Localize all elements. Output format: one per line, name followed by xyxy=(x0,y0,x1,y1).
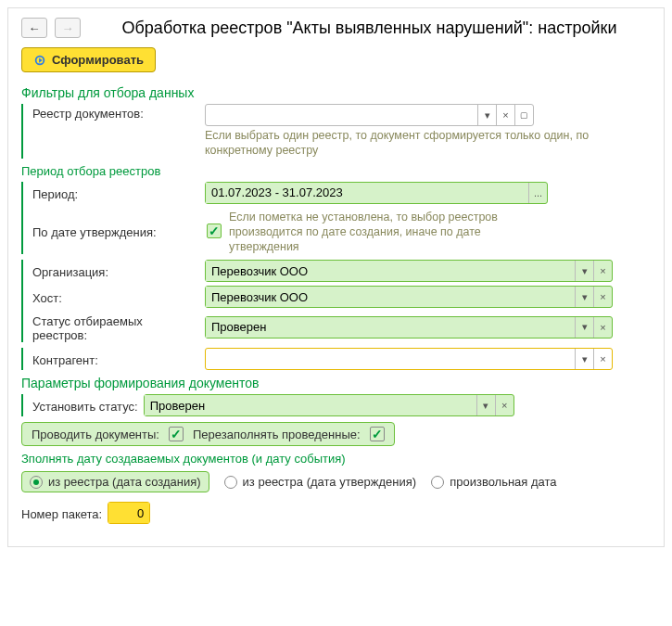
counterparty-input[interactable] xyxy=(206,349,575,369)
reg-status-input-wrap: ▾ × xyxy=(205,316,613,339)
period-label: Период: xyxy=(32,185,199,201)
form-button-label: Сформировать xyxy=(52,53,144,67)
reg-status-clear-button[interactable]: × xyxy=(593,317,612,338)
by-approval-checkbox[interactable]: ✓ xyxy=(207,224,222,238)
close-icon: × xyxy=(502,109,508,121)
ellipsis-icon: ... xyxy=(534,187,542,198)
close-icon: × xyxy=(600,322,605,333)
check-icon: ✓ xyxy=(372,428,383,441)
doc-registry-input-wrap: ▾ × ▢ xyxy=(205,104,534,126)
post-docs-label: Проводить документы: xyxy=(32,428,159,441)
arrow-right-icon: → xyxy=(62,21,74,35)
reg-status-label: Статус отбираемых реестров: xyxy=(32,312,199,342)
doc-registry-clear-button[interactable]: × xyxy=(496,105,514,125)
radio-from-registry-approved[interactable]: из реестра (дата утверждения) xyxy=(224,475,417,489)
gear-play-icon xyxy=(33,54,46,67)
period-ellipsis-button[interactable]: ... xyxy=(528,183,547,203)
open-icon: ▢ xyxy=(520,110,528,120)
page-title: Обработка реестров "Акты выявленных нару… xyxy=(88,19,651,38)
nav-forward-button[interactable]: → xyxy=(55,18,81,38)
packet-no-label: Номер пакета: xyxy=(21,505,102,521)
org-clear-button[interactable]: × xyxy=(593,261,612,281)
set-status-dropdown-button[interactable]: ▾ xyxy=(476,395,495,415)
arrow-left-icon: ← xyxy=(29,21,41,35)
org-input-wrap: ▾ × xyxy=(205,260,613,282)
filters-section-title: Фильтры для отбора данных xyxy=(21,85,651,100)
radio-icon xyxy=(30,476,43,489)
check-icon: ✓ xyxy=(209,224,220,237)
period-input-wrap: ... xyxy=(205,182,548,204)
host-clear-button[interactable]: × xyxy=(593,287,612,307)
host-dropdown-button[interactable]: ▾ xyxy=(575,287,593,307)
reg-status-input[interactable] xyxy=(206,317,575,338)
counterparty-label: Контрагент: xyxy=(32,351,199,367)
radio-label: произвольная дата xyxy=(450,475,556,489)
host-input-wrap: ▾ × xyxy=(205,286,613,308)
svg-marker-1 xyxy=(39,57,43,62)
doc-registry-input[interactable] xyxy=(206,105,477,125)
org-label: Организация: xyxy=(32,262,199,279)
counterparty-dropdown-button[interactable]: ▾ xyxy=(575,349,593,369)
set-status-clear-button[interactable]: × xyxy=(495,395,514,415)
host-label: Хост: xyxy=(32,288,199,305)
chevron-down-icon: ▾ xyxy=(483,400,488,412)
chevron-down-icon: ▾ xyxy=(582,321,588,333)
counterparty-input-wrap: ▾ × xyxy=(205,348,613,370)
fill-date-section-title: Зполнять дату создаваемых документов (и … xyxy=(21,452,651,466)
chevron-down-icon: ▾ xyxy=(485,109,490,121)
close-icon: × xyxy=(600,291,605,302)
post-options-group: Проводить документы: ✓ Перезаполнять про… xyxy=(21,422,395,446)
host-input[interactable] xyxy=(206,287,575,307)
check-icon: ✓ xyxy=(171,428,182,441)
nav-back-button[interactable]: ← xyxy=(21,18,47,38)
packet-no-input-wrap xyxy=(108,502,150,524)
radio-label: из реестра (дата утверждения) xyxy=(243,475,417,489)
refill-posted-checkbox[interactable]: ✓ xyxy=(370,427,385,441)
period-input[interactable] xyxy=(206,183,528,203)
close-icon: × xyxy=(600,353,605,364)
set-status-input[interactable] xyxy=(145,395,476,415)
radio-icon xyxy=(224,476,237,489)
reg-status-dropdown-button[interactable]: ▾ xyxy=(575,317,593,338)
close-icon: × xyxy=(600,265,605,276)
radio-icon xyxy=(431,476,444,489)
org-dropdown-button[interactable]: ▾ xyxy=(575,261,593,281)
chevron-down-icon: ▾ xyxy=(582,291,588,303)
packet-no-input[interactable] xyxy=(108,503,149,523)
form-button[interactable]: Сформировать xyxy=(21,47,156,72)
doc-registry-dropdown-button[interactable]: ▾ xyxy=(477,105,496,125)
chevron-down-icon: ▾ xyxy=(582,265,588,277)
post-docs-checkbox[interactable]: ✓ xyxy=(169,427,184,441)
doc-registry-hint: Если выбрать один реестр, то документ сф… xyxy=(205,128,651,159)
radio-label: из реестра (дата создания) xyxy=(48,475,201,489)
set-status-label: Установить статус: xyxy=(32,397,138,414)
period-group-title: Период отбора реестров xyxy=(21,164,651,178)
params-section-title: Параметры формирования документов xyxy=(21,376,651,390)
org-input[interactable] xyxy=(206,261,575,281)
refill-posted-label: Перезаполнять проведенные: xyxy=(193,428,361,441)
doc-registry-label: Реестр документов: xyxy=(32,104,199,121)
close-icon: × xyxy=(501,400,507,411)
by-approval-hint: Если пометка не установлена, то выбор ре… xyxy=(229,210,507,255)
radio-arbitrary-date[interactable]: произвольная дата xyxy=(431,475,556,489)
by-approval-label: По дате утверждения: xyxy=(32,223,199,239)
radio-from-registry-created[interactable]: из реестра (дата создания) xyxy=(21,471,209,492)
set-status-input-wrap: ▾ × xyxy=(144,394,514,416)
doc-registry-open-button[interactable]: ▢ xyxy=(514,105,533,125)
chevron-down-icon: ▾ xyxy=(582,353,588,365)
counterparty-clear-button[interactable]: × xyxy=(593,349,612,369)
